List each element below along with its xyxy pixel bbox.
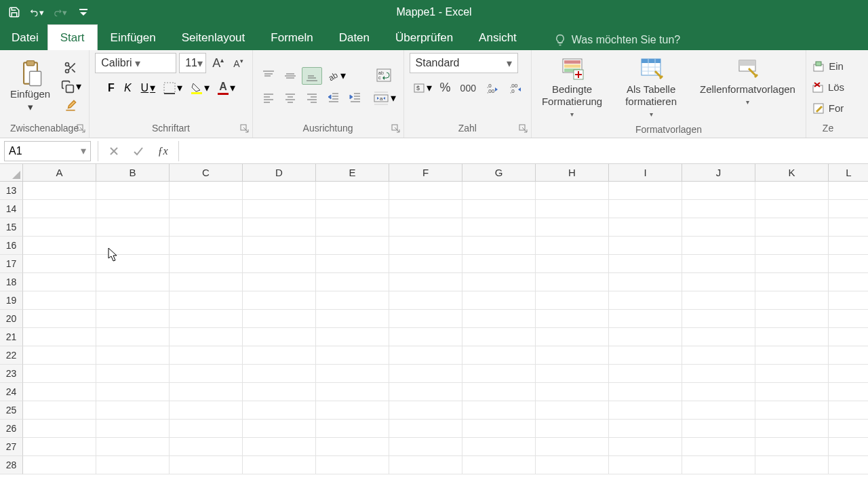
bold-button[interactable]: F — [104, 80, 118, 96]
cell[interactable] — [170, 328, 243, 346]
orientation-button[interactable]: ab▾ — [323, 67, 348, 85]
row-header[interactable]: 16 — [0, 237, 23, 255]
cell[interactable] — [316, 328, 389, 346]
cell[interactable] — [96, 200, 170, 218]
align-middle-button[interactable] — [280, 67, 300, 85]
cell[interactable] — [682, 456, 755, 474]
align-right-button[interactable] — [302, 89, 322, 106]
cell[interactable] — [23, 420, 96, 438]
cell[interactable] — [755, 310, 829, 328]
cell[interactable] — [609, 365, 682, 383]
borders-button[interactable]: ▾ — [160, 79, 184, 96]
cell[interactable] — [170, 438, 243, 456]
cell[interactable] — [536, 273, 609, 291]
cell[interactable] — [23, 310, 96, 328]
cell[interactable] — [96, 328, 170, 346]
cell[interactable] — [23, 328, 96, 346]
cell[interactable] — [170, 346, 243, 365]
cell[interactable] — [462, 255, 536, 273]
cell[interactable] — [682, 182, 755, 200]
cell[interactable] — [243, 346, 316, 365]
cell[interactable] — [23, 273, 96, 291]
cell[interactable] — [755, 273, 829, 291]
shrink-font-button[interactable]: A▾ — [230, 56, 246, 71]
cell[interactable] — [96, 182, 170, 200]
cell[interactable] — [755, 456, 829, 474]
cell[interactable] — [829, 200, 868, 218]
cell[interactable] — [23, 456, 96, 474]
cell[interactable] — [609, 420, 682, 438]
cell[interactable] — [96, 273, 170, 291]
cell[interactable] — [609, 438, 682, 456]
cell[interactable] — [609, 401, 682, 420]
cell[interactable] — [316, 456, 389, 474]
cell[interactable] — [462, 365, 536, 383]
cell[interactable] — [462, 218, 536, 237]
cell[interactable] — [682, 438, 755, 456]
column-header[interactable]: E — [316, 164, 389, 182]
cut-button[interactable] — [58, 59, 83, 77]
cell[interactable] — [682, 401, 755, 420]
tab-home[interactable]: Start — [47, 24, 98, 50]
cell[interactable] — [23, 365, 96, 383]
cell[interactable] — [829, 310, 868, 328]
row-header[interactable]: 21 — [0, 328, 23, 346]
cell[interactable] — [389, 365, 462, 383]
cell[interactable] — [536, 401, 609, 420]
decrease-decimal-button[interactable]: ,00,0 — [505, 79, 526, 97]
cell[interactable] — [96, 383, 170, 401]
cell[interactable] — [243, 420, 316, 438]
font-name-combo[interactable]: Calibri▾ — [95, 53, 176, 73]
select-all-button[interactable] — [0, 164, 23, 182]
cell[interactable] — [389, 438, 462, 456]
cell[interactable] — [829, 255, 868, 273]
cell[interactable] — [170, 182, 243, 200]
row-header[interactable]: 26 — [0, 420, 23, 438]
cell[interactable] — [609, 200, 682, 218]
tab-page-layout[interactable]: Seitenlayout — [169, 24, 258, 50]
column-header[interactable]: F — [389, 164, 462, 182]
cell[interactable] — [682, 383, 755, 401]
cell[interactable] — [389, 401, 462, 420]
cell[interactable] — [609, 291, 682, 310]
cell[interactable] — [243, 383, 316, 401]
cell[interactable] — [96, 346, 170, 365]
cell[interactable] — [462, 383, 536, 401]
cell[interactable] — [96, 365, 170, 383]
cell[interactable] — [316, 401, 389, 420]
column-header[interactable]: A — [23, 164, 96, 182]
cell[interactable] — [536, 182, 609, 200]
cell[interactable] — [96, 401, 170, 420]
cell[interactable] — [609, 310, 682, 328]
cell[interactable] — [23, 438, 96, 456]
cell[interactable] — [243, 273, 316, 291]
cell[interactable] — [96, 310, 170, 328]
cell[interactable] — [316, 310, 389, 328]
cell[interactable] — [316, 200, 389, 218]
cell[interactable] — [243, 310, 316, 328]
font-color-button[interactable]: A▾ — [214, 79, 237, 97]
column-header[interactable]: I — [609, 164, 682, 182]
cell[interactable] — [682, 365, 755, 383]
cell[interactable] — [609, 218, 682, 237]
tab-data[interactable]: Daten — [326, 24, 382, 50]
italic-button[interactable]: K — [121, 80, 135, 96]
cell[interactable] — [829, 273, 868, 291]
column-header[interactable]: L — [829, 164, 868, 182]
merge-center-button[interactable]: a▾ — [370, 89, 398, 108]
cell[interactable] — [23, 200, 96, 218]
cell[interactable] — [829, 346, 868, 365]
cell[interactable] — [170, 383, 243, 401]
underline-button[interactable]: U▾ — [138, 79, 158, 96]
cell[interactable] — [389, 310, 462, 328]
cell[interactable] — [609, 328, 682, 346]
cell[interactable] — [462, 401, 536, 420]
cell[interactable] — [170, 237, 243, 255]
cell[interactable] — [23, 255, 96, 273]
cell[interactable] — [23, 401, 96, 420]
cell[interactable] — [389, 291, 462, 310]
format-as-table-button[interactable]: Als Tabelle formatieren ▾ — [620, 53, 682, 121]
cell[interactable] — [23, 182, 96, 200]
number-launcher[interactable] — [519, 124, 528, 134]
cell[interactable] — [462, 346, 536, 365]
